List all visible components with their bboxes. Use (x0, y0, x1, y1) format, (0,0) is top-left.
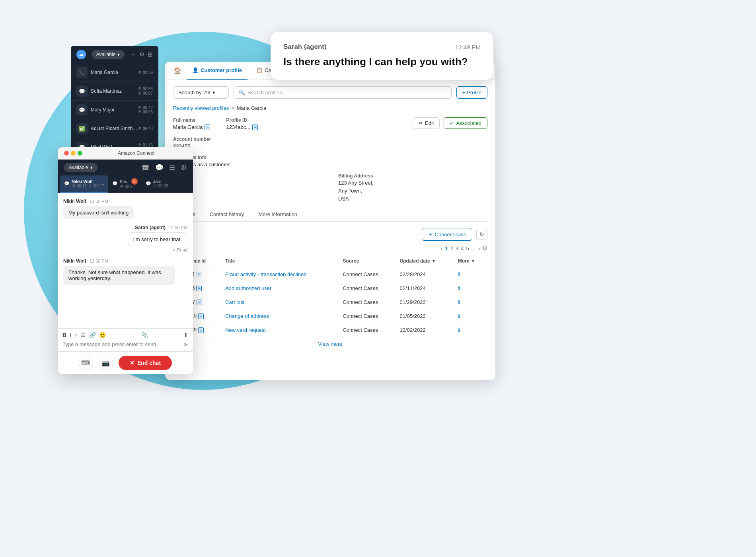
page-3[interactable]: 3 (456, 245, 458, 251)
phone-icon[interactable]: ☎ (141, 164, 150, 172)
copy-ref-icon[interactable]: ⎘ (198, 314, 204, 319)
end-chat-button[interactable]: ✕ End chat (119, 356, 172, 370)
account-number-field: Account number 233455 (173, 136, 322, 149)
format-toolbar: B I ≡ ☰ 🔗 🙂 📎 ⬆ (62, 332, 188, 338)
msg-bubble-2: I'm sorry to hear that. (128, 232, 187, 246)
sidebar-contact-ricard[interactable]: ✅ Adjust Ricard Smith's p... ⏱ 06:43 (71, 119, 158, 138)
next-page-button[interactable]: › (478, 245, 480, 251)
close-window-button[interactable] (64, 151, 69, 156)
info-icon[interactable]: ℹ (458, 299, 460, 305)
add-profile-button[interactable]: + Profile (456, 86, 487, 99)
case-title-link[interactable]: Cart lost (225, 299, 244, 305)
bold-icon[interactable]: B (62, 332, 66, 338)
chat-tab-jam[interactable]: 💬 Jam ⏱ 00:29 (142, 175, 172, 193)
chat-message-input[interactable] (62, 341, 181, 347)
billing-address-value: 123 Any Street, Any Town, USA (338, 180, 487, 202)
profile-fields: Account number 233455 Additional Info 10… (173, 136, 487, 202)
home-icon[interactable]: 🏠 (171, 65, 183, 77)
chat-icon[interactable]: 💬 (155, 164, 164, 172)
page-2[interactable]: 2 (450, 245, 453, 251)
contact-time2: ⏱ 00:07 (138, 91, 153, 95)
copy-ref-icon[interactable]: ⎘ (198, 327, 204, 333)
emoji-icon[interactable]: 🙂 (99, 332, 106, 338)
settings-icon[interactable]: ⚙ (181, 164, 187, 172)
info-icon[interactable]: ℹ (458, 327, 460, 333)
case-title-link[interactable]: Change of address (225, 313, 269, 319)
sidebar-logo: ☁ (76, 50, 86, 59)
case-title-link[interactable]: Fraud activity - transaction declined (225, 271, 306, 277)
col-source: Source (339, 255, 396, 267)
sidebar-contact-mary[interactable]: 💬 Mary Major ⏱ 00:42 ⏱ 00:05 (71, 101, 158, 119)
edit-button[interactable]: ✏ Edit (413, 117, 440, 129)
view-more-link[interactable]: View more (173, 337, 487, 351)
keypad-button[interactable]: ⌨ (79, 356, 93, 370)
copy-name-icon[interactable]: ⎘ (205, 125, 210, 130)
chat-tab-nikki[interactable]: 💬 Nikki Wolf ⏱ 00:17 ⏱ 00:17 (60, 175, 108, 193)
video-button[interactable]: 📷 (99, 356, 113, 370)
ordered-list-icon[interactable]: ≡ (74, 332, 78, 338)
info-icon[interactable]: ℹ (458, 313, 460, 319)
search-by-chevron: ▾ (212, 90, 215, 95)
contact-time1: ⏱ 00:42 (138, 105, 153, 110)
search-by-select[interactable]: Search by: All ▾ (173, 86, 229, 99)
chat-bottom-actions: ⌨ 📷 ✕ End chat (58, 351, 193, 374)
table-settings-icon[interactable]: ⚙ (482, 245, 487, 252)
cell-source: Connect Cases (339, 295, 396, 309)
page-5[interactable]: 5 (466, 245, 469, 251)
sidebar-settings-icon[interactable]: ⚙ (139, 51, 144, 58)
chat-status-button[interactable]: Available ▾ (64, 163, 97, 172)
link-icon[interactable]: 🔗 (89, 332, 96, 338)
sidebar-grid-icon[interactable]: ⊞ (148, 51, 153, 58)
sidebar-contact-maria[interactable]: 📞 Maria Garcia ⏱ 00:39 (71, 63, 158, 82)
minimize-window-button[interactable] (71, 151, 76, 156)
prev-page-button[interactable]: ‹ (441, 245, 442, 251)
end-chat-x-icon: ✕ (130, 360, 134, 366)
italic-icon[interactable]: I (70, 332, 71, 338)
table-row: B23456 ⎘ Add authorized user Connect Cas… (173, 281, 487, 295)
tab-customer-profile[interactable]: 👤 Customer profile (187, 62, 247, 80)
contact-time1: ⏱ 00:53 (138, 87, 153, 91)
chat-titlebar: Amazon Connect (58, 147, 193, 160)
chat-tab-name-jam: Jam (153, 179, 168, 184)
copy-ref-icon[interactable]: ⎘ (196, 286, 202, 291)
chat-tab-time-kris: ⏱ 00:3 (120, 185, 138, 189)
copy-id-icon[interactable]: ⎘ (252, 125, 258, 130)
copy-ref-icon[interactable]: ⎘ (196, 272, 201, 277)
cases-table: Reference Id Title Source Updated date ▼… (173, 255, 487, 337)
case-title-link[interactable]: New card request (225, 327, 266, 333)
contact-icon-chat: 💬 (76, 86, 88, 97)
sidebar-status-button[interactable]: Available ▾ (92, 50, 125, 59)
edit-label: Edit (425, 120, 434, 126)
tab-contact-history[interactable]: Contact history (203, 208, 251, 221)
maximize-window-button[interactable] (78, 151, 82, 156)
cell-title: Fraud activity - transaction declined (221, 267, 339, 281)
search-input-box[interactable]: 🔍 Search profiles (234, 86, 452, 99)
tab-more-information[interactable]: More information (252, 208, 304, 221)
msg-read-indicator: ✓ Read (63, 247, 187, 253)
chat-input-row: ➤ (62, 341, 188, 348)
breadcrumb-link[interactable]: Recently viewed profiles (173, 105, 229, 111)
tasks-icon[interactable]: ☰ (169, 164, 175, 172)
send-icon[interactable]: ➤ (183, 341, 188, 348)
sidebar-contact-sofia[interactable]: 💬 Sofía Martínez ⏱ 00:53 ⏱ 00:07 (71, 82, 158, 101)
account-number-label: Account number (173, 136, 322, 142)
chat-tab-kris[interactable]: 💬 Kris.. 9 ⏱ 00:3 (108, 175, 142, 193)
case-title-link[interactable]: Add authorized user (225, 285, 271, 291)
profile-name-section: Full name Maria Garcia ⎘ (173, 117, 210, 130)
refresh-icon[interactable]: ↻ (476, 229, 487, 240)
check-icon: ✓ (450, 120, 454, 126)
search-placeholder: Search profiles (247, 90, 282, 95)
copy-ref-icon[interactable]: ⎘ (197, 300, 202, 305)
info-icon[interactable]: ℹ (458, 285, 460, 291)
sidebar-add-icon[interactable]: ＋ (130, 51, 136, 58)
msg-time-2: 12:50 PM (169, 225, 187, 230)
page-4[interactable]: 4 (461, 245, 464, 251)
cases-toolbar: ＋ Connect case ↻ (173, 228, 487, 241)
attachment-icon[interactable]: 📎 (141, 332, 148, 338)
unordered-list-icon[interactable]: ☰ (81, 332, 86, 338)
info-icon[interactable]: ℹ (458, 271, 460, 277)
upload-icon[interactable]: ⬆ (183, 332, 188, 338)
connect-case-button[interactable]: ＋ Connect case (422, 228, 473, 241)
chat-toolbar-icons: ☎ 💬 ☰ ⚙ (141, 164, 187, 172)
page-1[interactable]: 1 (445, 245, 448, 251)
